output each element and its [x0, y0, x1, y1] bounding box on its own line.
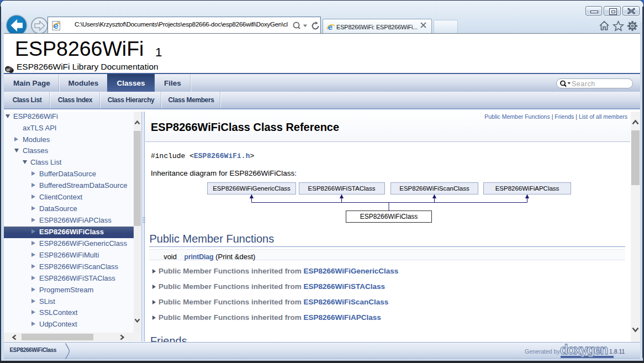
svg-text:W: W	[6, 68, 10, 72]
svg-text:ESP8266WiFiGenericClass: ESP8266WiFiGenericClass	[213, 185, 291, 192]
svg-text:e: e	[54, 21, 59, 30]
svg-text:e: e	[328, 23, 333, 31]
svg-text:ESP8266WiFiAPClass: ESP8266WiFiAPClass	[495, 185, 559, 192]
svg-text:ESP8266WiFiClass: ESP8266WiFiClass	[360, 213, 418, 220]
svg-text:ESP8266WiFiSTAClass: ESP8266WiFiSTAClass	[308, 185, 376, 192]
svg-text:ESP8266WiFiScanClass: ESP8266WiFiScanClass	[399, 185, 469, 192]
